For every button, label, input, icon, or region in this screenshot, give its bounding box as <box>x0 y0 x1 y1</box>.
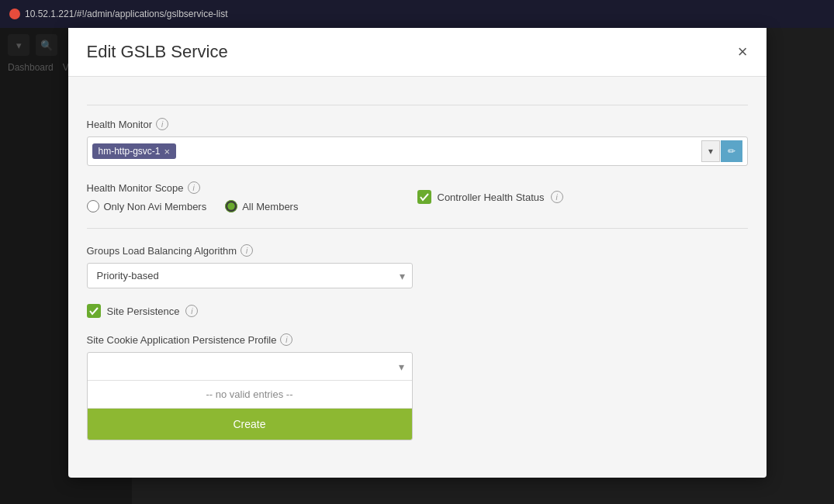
radio-all-input[interactable] <box>225 200 237 212</box>
controller-health-label: Controller Health Status <box>438 192 545 203</box>
health-monitor-edit-btn[interactable]: ✏ <box>721 140 742 162</box>
load-balancing-label: Groups Load Balancing Algorithm i <box>87 244 748 257</box>
health-monitor-help-icon[interactable]: i <box>156 118 168 130</box>
site-cookie-label: Site Cookie Application Persistence Prof… <box>87 333 748 346</box>
url-bar: 10.52.1.221/#!/admin/applications/gslbse… <box>25 9 227 19</box>
site-cookie-dropdown-header: ▾ <box>88 353 412 381</box>
scope-radio-group: Only Non Avi Members All Members <box>87 200 417 212</box>
load-balancing-select[interactable]: Priority-based Round Robin Consistent Ha… <box>87 263 413 288</box>
health-monitor-tag: hm-http-gsvc-1 × <box>92 143 177 159</box>
modal-body: Health Monitor i hm-http-gsvc-1 × ▾ ✏ <box>68 77 767 456</box>
site-persistence-checkmark-icon <box>89 306 99 316</box>
cookie-dropdown-arrow-icon: ▾ <box>399 361 404 373</box>
scope-row: Health Monitor Scope i Only Non Avi Memb… <box>87 181 748 212</box>
health-monitor-scope-label: Health Monitor Scope i <box>87 181 417 194</box>
site-cookie-help-icon[interactable]: i <box>280 333 292 346</box>
browser-favicon <box>9 9 20 19</box>
site-persistence-checkbox[interactable] <box>87 304 101 318</box>
load-balancing-dropdown-wrapper: Priority-based Round Robin Consistent Ha… <box>87 263 413 288</box>
load-balancing-help-icon[interactable]: i <box>241 244 253 257</box>
site-persistence-help-icon[interactable]: i <box>185 305 198 317</box>
radio-non-avi-label: Only Non Avi Members <box>104 201 207 212</box>
divider-middle <box>87 228 748 229</box>
health-monitor-input-wrapper: hm-http-gsvc-1 × ▾ ✏ <box>87 136 748 166</box>
modal-header: Edit GSLB Service × <box>68 28 767 77</box>
controller-health-checkbox[interactable] <box>417 190 431 204</box>
load-balancing-section: Groups Load Balancing Algorithm i Priori… <box>87 244 748 288</box>
scope-right: Controller Health Status i <box>417 190 748 204</box>
top-bar: 10.52.1.221/#!/admin/applications/gslbse… <box>0 0 834 28</box>
health-monitor-text-input[interactable] <box>181 146 696 157</box>
radio-all-label: All Members <box>242 201 298 212</box>
site-persistence-section: Site Persistence i <box>87 304 748 318</box>
cookie-no-entries-text: -- no valid entries -- <box>88 381 412 409</box>
checkmark-icon <box>420 192 429 202</box>
edit-gslb-modal: Edit GSLB Service × Health Monitor i hm-… <box>68 28 767 478</box>
site-persistence-label: Site Persistence <box>107 306 180 317</box>
health-monitor-section: Health Monitor i hm-http-gsvc-1 × ▾ ✏ <box>87 118 748 166</box>
cookie-create-button[interactable]: Create <box>88 409 412 440</box>
radio-non-avi-input[interactable] <box>87 200 99 212</box>
site-persistence-checkbox-label[interactable]: Site Persistence i <box>87 304 748 318</box>
scope-left: Health Monitor Scope i Only Non Avi Memb… <box>87 181 417 212</box>
modal-title: Edit GSLB Service <box>87 42 228 62</box>
modal-close-button[interactable]: × <box>738 43 748 60</box>
controller-health-help-icon[interactable]: i <box>551 191 563 203</box>
site-cookie-section: Site Cookie Application Persistence Prof… <box>87 333 748 440</box>
divider-top <box>87 105 748 105</box>
health-monitor-dropdown-btn[interactable]: ▾ <box>701 140 720 162</box>
radio-all-members[interactable]: All Members <box>225 200 298 212</box>
radio-only-non-avi[interactable]: Only Non Avi Members <box>87 200 207 212</box>
tag-remove-btn[interactable]: × <box>164 147 171 157</box>
controller-health-checkbox-label[interactable]: Controller Health Status i <box>417 190 563 204</box>
tag-input-actions: ▾ ✏ <box>701 140 742 162</box>
tag-value: hm-http-gsvc-1 <box>99 146 161 157</box>
scope-help-icon[interactable]: i <box>188 181 200 194</box>
modal-overlay: Edit GSLB Service × Health Monitor i hm-… <box>0 28 834 504</box>
site-cookie-dropdown-container: ▾ -- no valid entries -- Create <box>87 352 413 440</box>
health-monitor-label: Health Monitor i <box>87 118 748 130</box>
